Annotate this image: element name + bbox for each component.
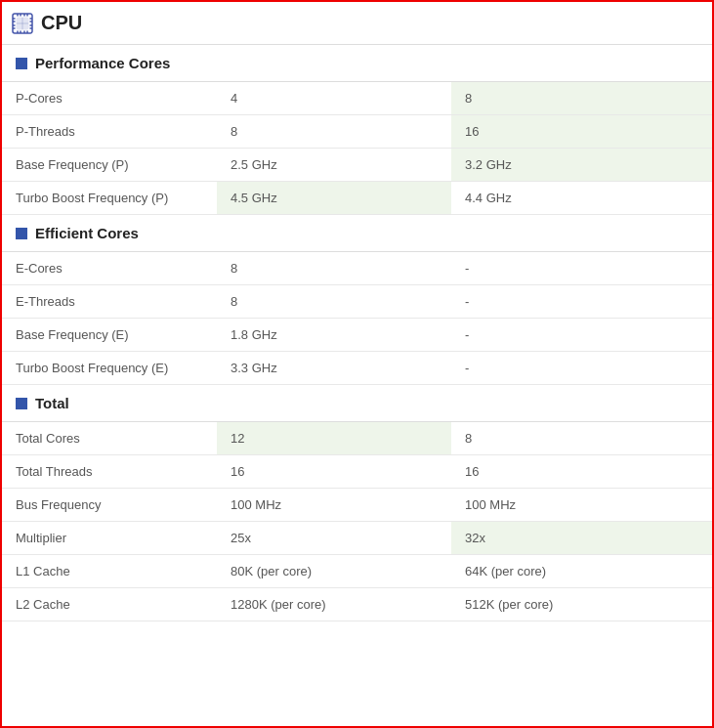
table-row: Base Frequency (P)2.5 GHz3.2 GHz xyxy=(2,149,712,182)
table-row: L2 Cache1280K (per core)512K (per core) xyxy=(2,588,712,621)
row-value-2: - xyxy=(451,252,712,285)
section-indicator-total xyxy=(16,398,27,409)
table-row: L1 Cache80K (per core)64K (per core) xyxy=(2,555,712,588)
row-label: P-Threads xyxy=(2,115,217,149)
cpu-panel: CPU Performance Cores P-Cores48P-Threads… xyxy=(0,0,714,728)
row-label: Base Frequency (E) xyxy=(2,319,217,352)
table-row: E-Threads8- xyxy=(2,285,712,319)
row-value-1: 80K (per core) xyxy=(217,555,451,588)
row-value-2: - xyxy=(451,352,712,385)
performance-cores-header: Performance Cores xyxy=(2,45,712,82)
row-value-1: 12 xyxy=(217,422,451,455)
table-row: Turbo Boost Frequency (P)4.5 GHz4.4 GHz xyxy=(2,182,712,215)
row-value-1: 1.8 GHz xyxy=(217,319,451,352)
cpu-icon xyxy=(12,13,33,34)
efficient-cores-title: Efficient Cores xyxy=(35,225,139,241)
row-value-1: 100 MHz xyxy=(217,489,451,522)
row-value-2: - xyxy=(451,319,712,352)
table-row: P-Threads816 xyxy=(2,115,712,149)
row-value-1: 2.5 GHz xyxy=(217,149,451,182)
panel-header: CPU xyxy=(2,2,712,45)
row-value-2: 64K (per core) xyxy=(451,555,712,588)
row-label: Base Frequency (P) xyxy=(2,149,217,182)
efficient-cores-table: E-Cores8-E-Threads8-Base Frequency (E)1.… xyxy=(2,252,712,385)
row-value-1: 4 xyxy=(217,82,451,115)
performance-cores-title: Performance Cores xyxy=(35,55,170,71)
row-value-1: 4.5 GHz xyxy=(217,182,451,215)
section-indicator-efficient xyxy=(16,228,27,239)
row-label: L1 Cache xyxy=(2,555,217,588)
total-table: Total Cores128Total Threads1616Bus Frequ… xyxy=(2,422,712,621)
row-label: Total Cores xyxy=(2,422,217,455)
table-row: Bus Frequency100 MHz100 MHz xyxy=(2,489,712,522)
row-label: E-Cores xyxy=(2,252,217,285)
total-header: Total xyxy=(2,385,712,422)
total-title: Total xyxy=(35,395,69,411)
table-row: Total Cores128 xyxy=(2,422,712,455)
table-row: Multiplier25x32x xyxy=(2,522,712,555)
efficient-cores-header: Efficient Cores xyxy=(2,215,712,252)
row-value-2: 16 xyxy=(451,455,712,489)
row-value-2: 4.4 GHz xyxy=(451,182,712,215)
table-row: P-Cores48 xyxy=(2,82,712,115)
row-label: Total Threads xyxy=(2,455,217,489)
row-value-2: 512K (per core) xyxy=(451,588,712,621)
row-value-2: - xyxy=(451,285,712,319)
table-row: Base Frequency (E)1.8 GHz- xyxy=(2,319,712,352)
row-label: Turbo Boost Frequency (E) xyxy=(2,352,217,385)
row-value-2: 32x xyxy=(451,522,712,555)
section-indicator-performance xyxy=(16,58,27,69)
row-value-2: 8 xyxy=(451,82,712,115)
row-label: Turbo Boost Frequency (P) xyxy=(2,182,217,215)
row-label: L2 Cache xyxy=(2,588,217,621)
row-label: Bus Frequency xyxy=(2,489,217,522)
performance-cores-table: P-Cores48P-Threads816Base Frequency (P)2… xyxy=(2,82,712,215)
row-value-1: 25x xyxy=(217,522,451,555)
row-value-1: 16 xyxy=(217,455,451,489)
table-row: E-Cores8- xyxy=(2,252,712,285)
page-title: CPU xyxy=(41,12,82,34)
table-row: Total Threads1616 xyxy=(2,455,712,489)
row-value-2: 3.2 GHz xyxy=(451,149,712,182)
row-value-2: 100 MHz xyxy=(451,489,712,522)
row-value-1: 8 xyxy=(217,252,451,285)
row-value-2: 8 xyxy=(451,422,712,455)
table-row: Turbo Boost Frequency (E)3.3 GHz- xyxy=(2,352,712,385)
row-value-2: 16 xyxy=(451,115,712,149)
row-value-1: 3.3 GHz xyxy=(217,352,451,385)
row-value-1: 8 xyxy=(217,285,451,319)
row-label: P-Cores xyxy=(2,82,217,115)
row-label: Multiplier xyxy=(2,522,217,555)
row-label: E-Threads xyxy=(2,285,217,319)
row-value-1: 1280K (per core) xyxy=(217,588,451,621)
row-value-1: 8 xyxy=(217,115,451,149)
